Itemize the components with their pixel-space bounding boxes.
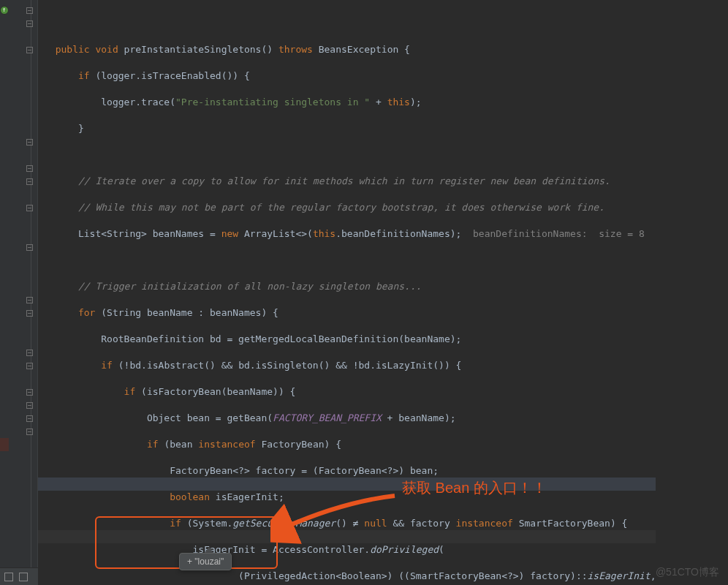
- fold-icon[interactable]: [26, 205, 33, 211]
- gutter: [0, 0, 38, 585]
- code-line: if (!bd.isAbstract() && bd.isSingleton()…: [44, 359, 656, 372]
- code-line: FactoryBean<?> factory = (FactoryBean<?>…: [44, 464, 656, 478]
- fold-icon[interactable]: [26, 429, 33, 435]
- fold-icon[interactable]: [26, 165, 33, 172]
- fold-icon[interactable]: [26, 139, 33, 146]
- tooltip-arrow-icon: [205, 547, 213, 553]
- override-marker-icon[interactable]: [0, 6, 9, 15]
- fold-icon[interactable]: [26, 178, 33, 185]
- fold-icon[interactable]: [26, 20, 33, 27]
- code-line: if (logger.isTraceEnabled()) {: [44, 69, 656, 83]
- watermark: @51CTO博客: [656, 566, 719, 579]
- breakpoint-icon[interactable]: [0, 438, 9, 451]
- code-line: boolean isEagerInit;: [44, 491, 656, 504]
- code-line: logger.trace("Pre-instantiating singleto…: [44, 96, 656, 109]
- structure-icon[interactable]: [4, 573, 13, 581]
- code-line: }: [44, 122, 656, 135]
- code-line: [44, 254, 656, 267]
- code-content[interactable]: public void preInstantiateSingletons() t…: [38, 0, 656, 585]
- fold-icon[interactable]: [26, 47, 33, 53]
- code-line: if (bean instanceof FactoryBean) {: [44, 438, 656, 451]
- fold-icon[interactable]: [26, 415, 33, 422]
- code-line: // Iterate over a copy to allow for init…: [44, 175, 656, 188]
- fold-icon[interactable]: [26, 389, 33, 396]
- code-line: public void preInstantiateSingletons() t…: [44, 43, 656, 56]
- code-line: for (String beanName : beanNames) {: [44, 306, 656, 320]
- code-line: Object bean = getBean(FACTORY_BEAN_PREFI…: [44, 412, 656, 425]
- fold-icon[interactable]: [26, 7, 33, 14]
- code-line: RootBeanDefinition bd = getMergedLocalBe…: [44, 333, 656, 346]
- code-line: if (isFactoryBean(beanName)) {: [44, 385, 656, 399]
- caret-line-highlight: [38, 478, 656, 491]
- fold-icon[interactable]: [26, 310, 33, 317]
- code-editor[interactable]: public void preInstantiateSingletons() t…: [0, 0, 728, 585]
- fold-icon[interactable]: [26, 350, 33, 356]
- plus-icon: +: [187, 556, 192, 567]
- bottom-toolbar: [0, 567, 38, 585]
- fold-icon[interactable]: [26, 363, 33, 369]
- fold-icon[interactable]: [26, 297, 33, 303]
- code-line: // Trigger initialization of all non-laz…: [44, 280, 656, 293]
- code-line: [44, 148, 656, 162]
- table-icon[interactable]: [19, 573, 28, 581]
- fold-icon[interactable]: [26, 402, 33, 409]
- code-line: // While this may not be part of the reg…: [44, 201, 656, 214]
- code-line: List<String> beanNames = new ArrayList<>…: [44, 227, 656, 241]
- fold-icon[interactable]: [26, 244, 33, 251]
- code-line: (PrivilegedAction<Boolean>) ((SmartFacto…: [44, 570, 656, 583]
- debug-value-tooltip[interactable]: + "louzai": [179, 553, 232, 570]
